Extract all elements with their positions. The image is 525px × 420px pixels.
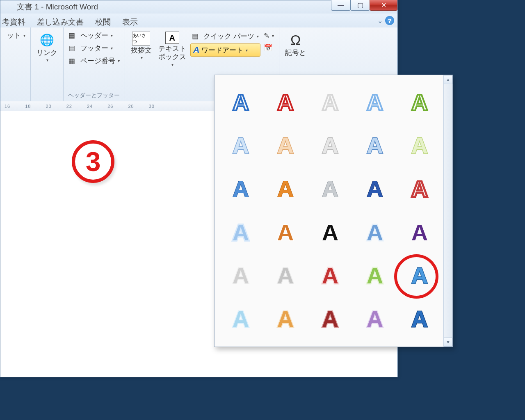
date-icon: 📅 xyxy=(264,43,272,52)
svg-text:A: A xyxy=(367,306,383,332)
wordart-style-red-glow[interactable]: A xyxy=(308,254,353,298)
wordart-style-blue-3d[interactable]: A xyxy=(397,254,442,298)
tab-references-partial[interactable]: 考資料 xyxy=(2,17,25,27)
help-button[interactable]: ? xyxy=(385,16,394,25)
svg-text:A: A xyxy=(411,89,427,115)
wordart-style-softblue-glow[interactable]: A xyxy=(352,211,397,254)
svg-text:A: A xyxy=(233,306,249,332)
svg-text:A: A xyxy=(277,262,294,288)
footer-button[interactable]: ▤ フッター▾ xyxy=(67,43,121,54)
svg-text:A: A xyxy=(367,89,383,115)
wordart-style-orange-reflect[interactable]: A xyxy=(263,297,308,341)
greeting-icon: あいさつ xyxy=(132,32,150,46)
gallery-scrollbar[interactable]: ▲ ▼ xyxy=(443,75,452,347)
textbox-button[interactable]: A テキスト ボックス ▾ xyxy=(156,30,189,68)
titlebar: 文書 1 - Microsoft Word — ▢ ✕ xyxy=(0,0,397,14)
svg-text:A: A xyxy=(322,262,338,288)
wordart-style-cyan-reflect[interactable]: A xyxy=(219,297,263,341)
tab-view[interactable]: 表示 xyxy=(122,17,138,27)
wordart-style-navy-shiny[interactable]: A xyxy=(352,167,397,211)
quickparts-button[interactable]: ▤ クイック パーツ▾ xyxy=(190,31,260,42)
ribbon-tabs: 考資料 差し込み文書 校閲 表示 ⌄ ? xyxy=(0,14,397,27)
wordart-style-green-glow[interactable]: A xyxy=(352,254,397,298)
wordart-style-blue-outline[interactable]: A xyxy=(219,81,263,124)
svg-text:A: A xyxy=(322,306,338,332)
window-title: 文書 1 - Microsoft Word xyxy=(17,2,98,12)
svg-text:A: A xyxy=(277,306,294,332)
tab-mailings[interactable]: 差し込み文書 xyxy=(37,17,84,27)
wordart-style-orange-shiny[interactable]: A xyxy=(263,167,308,211)
svg-text:A: A xyxy=(411,132,427,158)
svg-text:A: A xyxy=(367,132,383,158)
svg-text:A: A xyxy=(233,132,249,158)
wordart-style-silver-shiny[interactable]: A xyxy=(308,167,353,211)
page-number-button[interactable]: ▦ ページ番号▾ xyxy=(67,55,121,66)
group-header-footer: ▤ ヘッダー▾ ▤ フッター▾ ▦ ページ番号▾ ヘッダーとフッター xyxy=(64,27,125,101)
svg-text:A: A xyxy=(277,219,294,245)
wordart-style-blue-deep[interactable]: A xyxy=(397,297,442,341)
wordart-style-orange-bevel-light[interactable]: A xyxy=(263,124,308,168)
pen-icon: ✎ xyxy=(264,32,269,40)
svg-text:A: A xyxy=(277,132,294,158)
annotation-step-3: 3 xyxy=(72,140,114,183)
svg-text:A: A xyxy=(367,262,383,288)
wordart-style-blue-bevel-light[interactable]: A xyxy=(219,124,263,168)
maximize-button[interactable]: ▢ xyxy=(350,0,370,11)
svg-text:A: A xyxy=(233,262,249,288)
svg-text:A: A xyxy=(322,176,338,202)
datetime-button[interactable]: 📅 xyxy=(262,43,276,53)
scroll-up-button[interactable]: ▲ xyxy=(444,75,452,84)
page-number-icon: ▦ xyxy=(68,57,75,65)
wordart-style-blue-bevel[interactable]: A xyxy=(352,124,397,168)
greeting-button[interactable]: あいさつ 挨拶文 ▾ xyxy=(128,30,154,62)
signature-button[interactable]: ✎▾ xyxy=(262,31,276,41)
svg-text:A: A xyxy=(322,132,338,158)
wordart-style-gray-soft[interactable]: A xyxy=(219,254,263,298)
group-cut-partial: ット▾ xyxy=(2,27,31,101)
wordart-style-darkred-reflect[interactable]: A xyxy=(308,297,353,341)
tab-review[interactable]: 校閲 xyxy=(95,17,111,27)
svg-text:A: A xyxy=(411,176,427,202)
wordart-icon: A xyxy=(193,45,200,55)
globe-icon: 🌐 xyxy=(39,32,55,48)
wordart-style-orange-glow[interactable]: A xyxy=(263,211,308,254)
omega-icon: Ω xyxy=(288,32,304,48)
wordart-button[interactable]: Aワードアート▾ xyxy=(190,43,260,57)
cut-dropdown-partial[interactable]: ット▾ xyxy=(5,30,27,41)
wordart-style-blue-shiny[interactable]: A xyxy=(219,167,263,211)
wordart-style-purple-fill[interactable]: A xyxy=(397,211,442,254)
quickparts-icon: ▤ xyxy=(192,32,199,41)
close-button[interactable]: ✕ xyxy=(370,0,397,11)
minimize-button[interactable]: — xyxy=(331,0,351,11)
svg-text:A: A xyxy=(233,219,249,245)
svg-text:A: A xyxy=(411,306,427,332)
link-button[interactable]: 🌐 リンク ▾ xyxy=(34,30,60,64)
wordart-style-black-fill[interactable]: A xyxy=(308,211,353,254)
wordart-style-green-outline[interactable]: A xyxy=(397,81,442,124)
svg-text:A: A xyxy=(277,176,294,202)
wordart-style-lightblue-glow[interactable]: A xyxy=(219,211,263,254)
header-button[interactable]: ▤ ヘッダー▾ xyxy=(67,30,121,41)
symbol-button[interactable]: Ω 記号と xyxy=(283,30,308,59)
wordart-style-gray-soft2[interactable]: A xyxy=(263,254,308,298)
scroll-down-button[interactable]: ▼ xyxy=(444,338,452,347)
page-footer-icon: ▤ xyxy=(68,44,75,52)
svg-text:A: A xyxy=(411,219,427,245)
wordart-style-lightblue-outline[interactable]: A xyxy=(352,81,397,124)
wordart-style-lime-bevel-light[interactable]: A xyxy=(397,124,442,168)
wordart-style-gray-bevel-light[interactable]: A xyxy=(308,124,353,168)
wordart-style-red-hatched[interactable]: A xyxy=(397,167,442,211)
wordart-style-white-outline[interactable]: A xyxy=(308,81,353,124)
wordart-style-red-outline[interactable]: A xyxy=(263,81,308,124)
window-controls: — ▢ ✕ xyxy=(331,0,397,11)
textbox-icon: A xyxy=(165,32,179,44)
svg-text:A: A xyxy=(367,176,383,202)
wordart-style-violet-reflect[interactable]: A xyxy=(352,297,397,341)
svg-text:A: A xyxy=(233,89,249,115)
svg-text:A: A xyxy=(277,89,294,115)
group-link: 🌐 リンク ▾ xyxy=(31,27,64,101)
svg-text:A: A xyxy=(322,219,338,245)
svg-text:A: A xyxy=(411,262,427,288)
collapse-ribbon-icon[interactable]: ⌄ xyxy=(377,17,383,25)
svg-text:A: A xyxy=(367,219,383,245)
